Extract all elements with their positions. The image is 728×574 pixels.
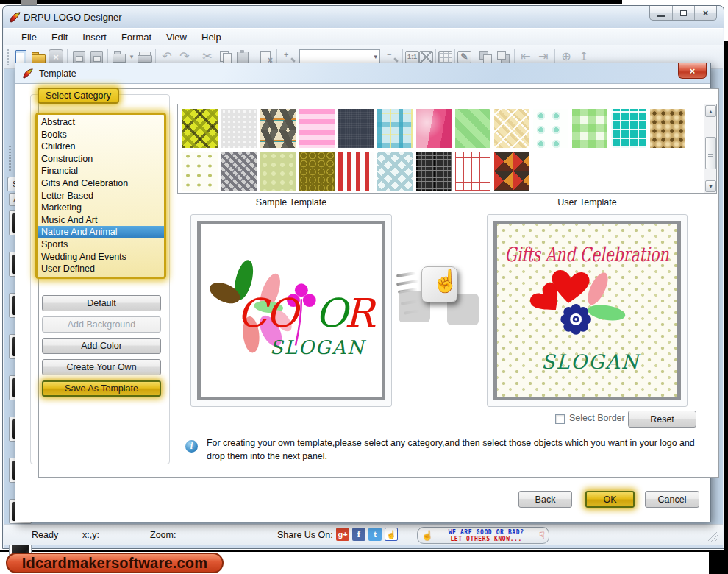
minimize-button[interactable] (650, 6, 672, 20)
create-your-own-button[interactable]: Create Your Own (42, 359, 161, 375)
dialog-title: Template (39, 68, 76, 79)
scrollbar-thumb[interactable] (705, 137, 716, 169)
category-list[interactable]: AbstractBooksChildrenConstructionFinanci… (35, 113, 166, 279)
scroll-up-icon[interactable]: ▲ (705, 105, 716, 117)
swatch-scrollbar[interactable]: ▲ ▼ (704, 104, 716, 193)
grid-icon[interactable] (438, 51, 452, 63)
hand-cursor-icon: ☝ (432, 270, 459, 292)
panel-grip (9, 146, 11, 171)
menu-format[interactable]: Format (114, 29, 159, 45)
capture-edge-corner (709, 550, 728, 574)
swatch-argyle[interactable] (494, 152, 529, 191)
swatch-houndstooth[interactable] (221, 152, 257, 191)
swatch-cream-diamond[interactable] (494, 109, 529, 148)
actual-size-icon[interactable]: 1:1 (405, 51, 419, 63)
swatch-green-stripes[interactable] (455, 109, 490, 148)
twitter-icon[interactable]: t (368, 528, 382, 541)
category-item-marketing[interactable]: Marketing (38, 202, 164, 214)
swatch-teal-dots[interactable] (533, 109, 568, 148)
template-swatch-panel: ▲ ▼ (177, 104, 717, 194)
swatch-olive-dots[interactable] (182, 152, 218, 191)
badge-line2: LET OTHERS KNOW... (450, 536, 522, 542)
sample-logo-art: CO O R SLOGAN (201, 224, 382, 397)
sample-slogan: SLOGAN (270, 336, 367, 358)
menu-insert[interactable]: Insert (75, 29, 114, 45)
fit-page-icon[interactable] (419, 51, 433, 63)
swatch-square-spiral[interactable] (416, 152, 452, 191)
select-border-checkbox[interactable] (555, 414, 565, 424)
category-item-wedding-and-events[interactable]: Wedding And Events (38, 251, 164, 263)
category-item-books[interactable]: Books (38, 129, 164, 141)
category-item-financial[interactable]: Financial (38, 165, 164, 177)
swatch-blue-chevron[interactable] (377, 152, 413, 191)
swatch-green-plus[interactable] (260, 152, 296, 191)
feedback-badge[interactable]: ☝ WE ARE GOOD OR BAD? LET OTHERS KNOW...… (417, 527, 549, 544)
thumb-up-icon: ☝ (421, 530, 433, 541)
chevron-down-icon: ▾ (374, 53, 377, 60)
select-category-label: Select Category (38, 88, 119, 104)
swatch-green-gingham[interactable] (572, 109, 607, 148)
googleplus-icon[interactable]: g+ (336, 528, 349, 541)
close-button[interactable]: × (694, 6, 716, 20)
swatch-gray-dots[interactable] (221, 109, 257, 148)
category-item-children[interactable]: Children (38, 141, 164, 153)
badge-line1: WE ARE GOOD OR BAD? (449, 529, 524, 536)
swatch-damask[interactable] (650, 109, 685, 148)
swatch-navy-linen[interactable] (338, 109, 374, 148)
swatch-olive-hex[interactable] (299, 152, 335, 191)
capture-edge-top (0, 0, 622, 4)
window-title: DRPU LOGO Designer (24, 12, 122, 23)
status-bar: Ready x:,y: Zoom: Share Us On: g+ft☝ ☝ W… (4, 524, 723, 545)
logo-text-r: R (344, 290, 377, 336)
swatch-pink-watercolor[interactable] (416, 109, 452, 148)
cancel-button[interactable]: Cancel (645, 491, 699, 508)
back-button[interactable]: Back (518, 491, 572, 508)
swatch-pink-stripes[interactable] (299, 109, 335, 148)
green-leaf (587, 302, 627, 323)
sample-template-panel[interactable]: CO O R SLOGAN (190, 214, 392, 407)
capture-edge-bottom (0, 550, 728, 552)
swatch-red-stripes[interactable] (338, 152, 374, 191)
status-ready: Ready (32, 530, 58, 540)
restore-button[interactable] (672, 6, 694, 20)
category-item-nature-and-animal[interactable]: Nature And Animal (38, 226, 164, 238)
scroll-down-icon[interactable]: ▼ (705, 180, 716, 192)
swatch-hex-geo[interactable] (260, 109, 296, 148)
swatch-teal-grid[interactable] (611, 109, 646, 148)
category-item-user-defined[interactable]: User Defined (38, 263, 164, 275)
category-item-abstract[interactable]: Abstract (38, 116, 164, 129)
zoom-combobox[interactable]: ▾ (299, 49, 380, 64)
category-item-construction[interactable]: Construction (38, 153, 164, 166)
thumb-down-icon: ☟ (539, 530, 545, 541)
menu-edit[interactable]: Edit (44, 29, 75, 45)
drag-drop-pictogram: ☝ (396, 258, 485, 330)
swatch-yellow-plaid[interactable] (182, 109, 218, 148)
like-icon[interactable]: ☝ (385, 528, 398, 541)
category-item-music-and-art[interactable]: Music And Art (38, 214, 164, 227)
save-as-template-button[interactable]: Save As Template (42, 380, 161, 397)
title-bar: DRPU LOGO Designer × (3, 6, 724, 28)
default-button[interactable]: Default (42, 295, 161, 311)
select-border-label: Select Border (569, 413, 625, 423)
category-item-letter-based[interactable]: Letter Based (38, 190, 164, 202)
facebook-icon[interactable]: f (352, 528, 365, 541)
swatch-red-grid[interactable] (455, 152, 490, 191)
menu-view[interactable]: View (159, 29, 194, 45)
swatch-blue-plaid[interactable] (377, 109, 413, 148)
swatch-grid (182, 109, 685, 194)
add-color-button[interactable]: Add Color (42, 338, 161, 354)
reset-button[interactable]: Reset (628, 411, 696, 428)
sample-template-label: Sample Template (190, 197, 392, 208)
resize-grip[interactable] (708, 532, 718, 542)
user-template-label: User Template (487, 197, 688, 208)
menu-help[interactable]: Help (194, 29, 229, 45)
user-slogan: SLOGAN (541, 350, 642, 373)
ok-button[interactable]: OK (585, 491, 635, 508)
menu-file[interactable]: File (14, 29, 44, 45)
dialog-close-button[interactable]: × (678, 63, 707, 79)
edit-points-icon[interactable]: ✎ (457, 51, 471, 63)
template-dialog: Template × Select Category AbstractBooks… (15, 63, 711, 522)
category-item-sports[interactable]: Sports (38, 238, 164, 251)
user-template-panel[interactable]: Gifts And Celebration (487, 214, 688, 407)
category-item-gifts-and-celebration[interactable]: Gifts And Celebration (38, 177, 164, 190)
